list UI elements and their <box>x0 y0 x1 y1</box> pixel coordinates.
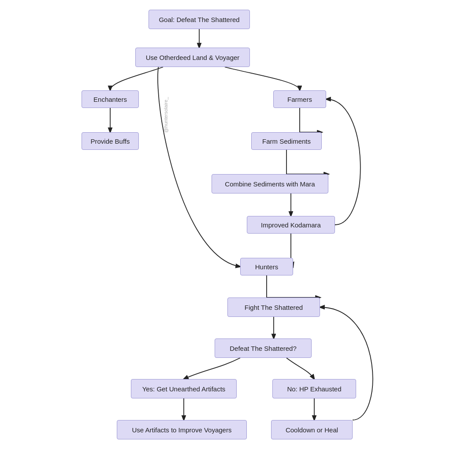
cooldown-node: Cooldown or Heal <box>271 420 353 439</box>
no-hp-node: No: HP Exhausted <box>272 379 356 398</box>
arrows-svg <box>0 0 476 476</box>
fight-shattered-node: Fight The Shattered <box>227 298 320 317</box>
enchanters-node: Enchanters <box>82 90 139 108</box>
combine-sediments-node: Combine Sediments with Mara <box>212 174 328 193</box>
yes-artifacts-node: Yes: Get Unearthed Artifacts <box>131 379 237 398</box>
goal-node: Goal: Defeat The Shattered <box>149 10 250 29</box>
hunters-node: Hunters <box>240 258 293 275</box>
flowchart: Goal: Defeat The Shattered Use Otherdeed… <box>0 0 476 476</box>
farmers-node: Farmers <box>273 90 326 108</box>
improved-kodamara-node: Improved Kodamara <box>247 216 335 234</box>
otherdeed-node: Use Otherdeed Land & Voyager <box>135 48 250 67</box>
provide-buffs-node: Provide Buffs <box>82 132 139 150</box>
defeat-question-node: Defeat The Shattered? <box>215 338 312 358</box>
use-artifacts-node: Use Artifacts to Improve Voyagers <box>117 420 247 439</box>
watermark: @huntersolaire_ <box>163 97 168 133</box>
farm-sediments-node: Farm Sediments <box>251 132 322 150</box>
